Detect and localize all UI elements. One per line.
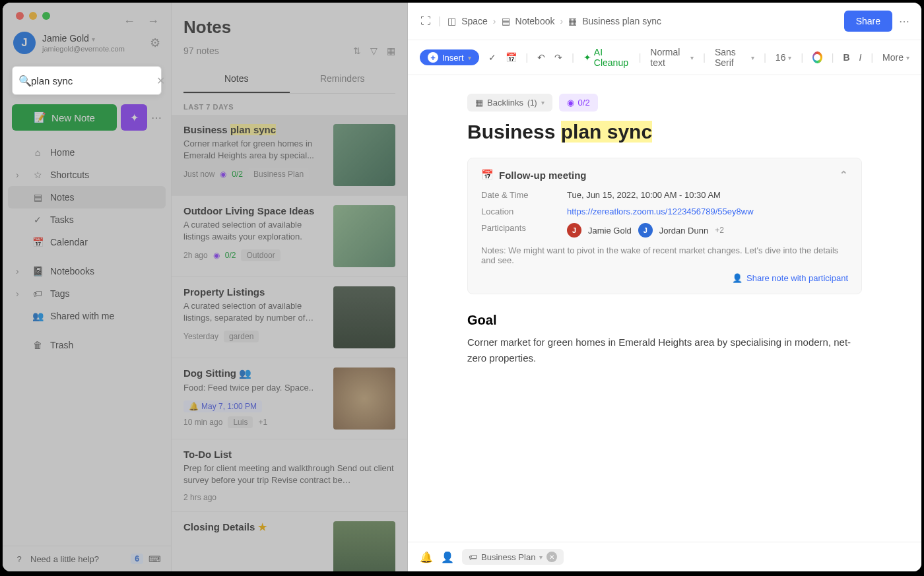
backlinks-pill[interactable]: ▦Backlinks (1)▾ bbox=[467, 94, 552, 112]
color-picker-icon[interactable] bbox=[812, 51, 822, 63]
goal-body[interactable]: Corner market for green homes in Emerald… bbox=[467, 335, 862, 366]
trash-icon: 🗑 bbox=[32, 339, 44, 351]
calendar-icon: 📅 bbox=[481, 169, 494, 181]
link-icon: ▦ bbox=[475, 98, 483, 108]
font-select[interactable]: Sans Serif ▾ bbox=[715, 47, 754, 68]
editor-footer: 🔔 👤 🏷Business Plan▾✕ bbox=[408, 542, 921, 571]
nav-notebooks[interactable]: ›📓Notebooks bbox=[8, 260, 166, 282]
redo-icon[interactable]: ↷ bbox=[554, 52, 562, 63]
crumb-space[interactable]: Space bbox=[461, 16, 488, 26]
progress-pill[interactable]: ◉0/2 bbox=[559, 94, 598, 112]
share-button[interactable]: Share bbox=[844, 11, 892, 32]
user-email: jamiegold@evernote.com bbox=[42, 44, 143, 53]
thumbnail bbox=[333, 368, 395, 430]
note-card[interactable]: Property Listings A curated selection of… bbox=[172, 277, 407, 358]
keyboard-icon[interactable]: ⌨ bbox=[148, 553, 160, 565]
note-card[interactable]: To-Do List Prep for client meeting and w… bbox=[172, 439, 407, 512]
nav-notes[interactable]: ▤Notes bbox=[8, 186, 166, 208]
nav-trash[interactable]: 🗑Trash bbox=[8, 334, 166, 356]
note-icon: ▦ bbox=[568, 16, 577, 26]
nav-list: ⌂Home ›☆Shortcuts ▤Notes ✓Tasks 📅Calenda… bbox=[3, 136, 171, 546]
view-icon[interactable]: ▦ bbox=[387, 46, 395, 56]
share-with-participants[interactable]: 👤Share note with participant bbox=[481, 273, 848, 283]
nav-home[interactable]: ⌂Home bbox=[8, 141, 166, 164]
remove-tag-icon[interactable]: ✕ bbox=[546, 552, 557, 562]
search-box[interactable]: 🔍 ✕ bbox=[12, 66, 162, 95]
min-dot[interactable] bbox=[29, 12, 37, 20]
meeting-link[interactable]: https://zereatlors.zoom.us/1223456789/55… bbox=[567, 207, 754, 216]
tasks-icon: ✓ bbox=[32, 214, 44, 226]
reminder-badge: 🔔May 7, 1:00 PM bbox=[183, 400, 262, 412]
italic-button[interactable]: I bbox=[859, 52, 862, 63]
sidebar: ← → J Jamie Gold ▾ jamiegold@evernote.co… bbox=[3, 3, 172, 571]
crumb-note[interactable]: Business plan sync bbox=[582, 16, 661, 26]
collapse-icon[interactable]: ⌃ bbox=[840, 169, 848, 181]
sort-icon[interactable]: ⇅ bbox=[353, 46, 361, 56]
search-icon: 🔍 bbox=[19, 75, 31, 86]
help-badge: 6 bbox=[131, 554, 143, 564]
note-plus-icon: 📝 bbox=[34, 112, 46, 123]
calendar-btn-icon[interactable]: 📅 bbox=[506, 52, 517, 63]
size-select[interactable]: 16 ▾ bbox=[776, 52, 792, 63]
meeting-notes: Notes: We might want to pivot in the wak… bbox=[481, 245, 848, 265]
expand-icon[interactable]: ⛶ bbox=[420, 15, 432, 27]
help-footer[interactable]: ? Need a little help? 6 ⌨ bbox=[3, 546, 171, 571]
text-style-select[interactable]: Normal text ▾ bbox=[650, 47, 694, 68]
editor-header: ⛶ | ◫Space › ▤Notebook › ▦Business plan … bbox=[408, 3, 921, 40]
more-icon[interactable]: ⋯ bbox=[899, 15, 909, 28]
search-input[interactable] bbox=[31, 75, 156, 86]
reminder-add-icon[interactable]: 🔔 bbox=[420, 551, 433, 563]
star-icon: ★ bbox=[258, 521, 267, 532]
bold-button[interactable]: B bbox=[843, 52, 849, 63]
toolbar: +Insert▾ ✓ 📅 | ↶ ↷ | ✦ AI Cleanup | Norm… bbox=[408, 40, 921, 75]
notes-panel: Notes 97 notes ⇅ ▽ ▦ Notes Reminders LAS… bbox=[172, 3, 408, 571]
insert-button[interactable]: +Insert▾ bbox=[420, 49, 479, 65]
calendar-icon: 📅 bbox=[32, 236, 44, 248]
goal-heading: Goal bbox=[467, 313, 862, 328]
editor-content[interactable]: ▦Backlinks (1)▾ ◉0/2 Business plan sync … bbox=[408, 75, 921, 542]
nav-shared[interactable]: 👥Shared with me bbox=[8, 305, 166, 327]
gear-icon[interactable]: ⚙ bbox=[150, 36, 160, 50]
note-card[interactable]: Closing Details ★ bbox=[172, 512, 407, 571]
crumb-notebook[interactable]: Notebook bbox=[515, 16, 555, 26]
filter-icon[interactable]: ▽ bbox=[370, 46, 378, 56]
home-icon: ⌂ bbox=[32, 146, 44, 158]
person-add-icon[interactable]: 👤 bbox=[441, 551, 454, 563]
sparkle-icon: ✦ bbox=[130, 112, 139, 124]
max-dot[interactable] bbox=[42, 12, 50, 20]
bell-icon: 🔔 bbox=[189, 402, 199, 411]
task-icon[interactable]: ✓ bbox=[488, 52, 496, 63]
nav-tags[interactable]: ›🏷Tags bbox=[8, 282, 166, 305]
back-arrow-icon[interactable]: ← bbox=[123, 15, 135, 28]
note-title[interactable]: Business plan sync bbox=[467, 121, 862, 143]
nav-shortcuts[interactable]: ›☆Shortcuts bbox=[8, 164, 166, 186]
people-icon: 👥 bbox=[32, 310, 44, 322]
note-card[interactable]: Dog Sitting 👥 Food: Feed twice per day. … bbox=[172, 358, 407, 439]
forward-arrow-icon[interactable]: → bbox=[147, 15, 159, 28]
undo-icon[interactable]: ↶ bbox=[537, 52, 545, 63]
tab-notes[interactable]: Notes bbox=[183, 65, 290, 93]
ai-cleanup-button[interactable]: ✦ AI Cleanup bbox=[583, 47, 630, 68]
person-plus-icon: 👤 bbox=[732, 273, 742, 283]
nav-tasks[interactable]: ✓Tasks bbox=[8, 208, 166, 231]
clear-search-icon[interactable]: ✕ bbox=[156, 75, 165, 87]
new-note-button[interactable]: 📝 New Note bbox=[12, 104, 117, 131]
shared-icon: 👥 bbox=[239, 368, 251, 379]
section-header: LAST 7 DAYS bbox=[172, 94, 407, 115]
tag-icon: 🏷 bbox=[469, 552, 477, 562]
footer-tag[interactable]: 🏷Business Plan▾✕ bbox=[462, 549, 564, 565]
close-dot[interactable] bbox=[16, 12, 24, 20]
tag-icon: 🏷 bbox=[32, 288, 44, 300]
note-card[interactable]: Outdoor Living Space Ideas A curated sel… bbox=[172, 196, 407, 277]
note-card[interactable]: Business plan sync Corner market for gre… bbox=[172, 115, 407, 196]
more-format-button[interactable]: More ▾ bbox=[882, 52, 909, 63]
ai-note-button[interactable]: ✦ bbox=[121, 104, 147, 131]
thumbnail bbox=[333, 205, 395, 267]
nav-arrows: ← → bbox=[123, 15, 159, 28]
user-name: Jamie Gold ▾ bbox=[42, 32, 143, 44]
notebook-icon: ▤ bbox=[502, 16, 510, 26]
breadcrumb: ◫Space › ▤Notebook › ▦Business plan sync bbox=[447, 16, 837, 26]
tab-reminders[interactable]: Reminders bbox=[290, 65, 396, 93]
more-button[interactable]: ⋯ bbox=[151, 112, 162, 124]
nav-calendar[interactable]: 📅Calendar bbox=[8, 231, 166, 253]
